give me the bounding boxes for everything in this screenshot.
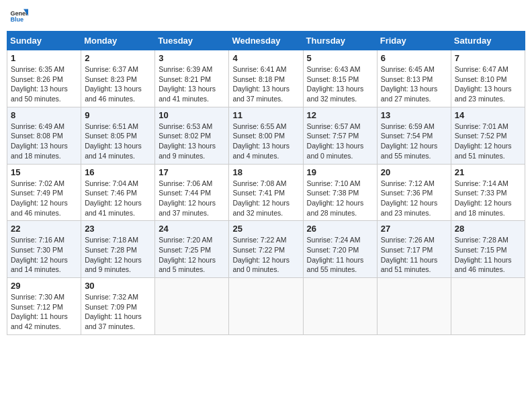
calendar-cell: 22Sunrise: 7:16 AM Sunset: 7:30 PM Dayli…: [7, 221, 81, 278]
day-number: 30: [85, 281, 151, 291]
day-number: 7: [455, 53, 521, 63]
day-info: Sunrise: 7:14 AM Sunset: 7:33 PM Dayligh…: [455, 179, 521, 218]
calendar-cell: 17Sunrise: 7:06 AM Sunset: 7:44 PM Dayli…: [155, 164, 229, 221]
calendar-cell: 3Sunrise: 6:39 AM Sunset: 8:21 PM Daylig…: [155, 50, 229, 107]
day-number: 19: [307, 167, 373, 177]
day-number: 9: [85, 110, 151, 120]
day-info: Sunrise: 7:26 AM Sunset: 7:17 PM Dayligh…: [381, 235, 447, 275]
day-number: 29: [11, 281, 77, 291]
day-info: Sunrise: 6:55 AM Sunset: 8:00 PM Dayligh…: [232, 122, 299, 161]
weekday-header-tuesday: Tuesday: [155, 32, 229, 50]
day-number: 27: [381, 224, 447, 234]
day-info: Sunrise: 6:53 AM Sunset: 8:02 PM Dayligh…: [159, 122, 225, 161]
day-info: Sunrise: 6:59 AM Sunset: 7:54 PM Dayligh…: [381, 122, 447, 161]
day-info: Sunrise: 6:57 AM Sunset: 7:57 PM Dayligh…: [307, 122, 373, 161]
day-info: Sunrise: 7:30 AM Sunset: 7:12 PM Dayligh…: [11, 292, 77, 332]
day-number: 20: [381, 167, 447, 177]
calendar-cell: 15Sunrise: 7:02 AM Sunset: 7:49 PM Dayli…: [7, 164, 81, 221]
day-number: 2: [85, 53, 151, 63]
day-number: 26: [307, 224, 373, 234]
calendar-cell: 21Sunrise: 7:14 AM Sunset: 7:33 PM Dayli…: [451, 164, 525, 221]
calendar-cell: [303, 278, 377, 335]
calendar-cell: 11Sunrise: 6:55 AM Sunset: 8:00 PM Dayli…: [229, 107, 303, 164]
day-info: Sunrise: 6:37 AM Sunset: 8:23 PM Dayligh…: [85, 64, 151, 104]
weekday-header-monday: Monday: [81, 32, 155, 50]
day-info: Sunrise: 7:28 AM Sunset: 7:15 PM Dayligh…: [455, 235, 521, 275]
day-number: 23: [85, 224, 151, 234]
day-number: 18: [232, 167, 299, 177]
day-number: 1: [11, 53, 77, 63]
day-number: 17: [159, 167, 225, 177]
day-number: 13: [381, 110, 447, 120]
calendar-cell: 2Sunrise: 6:37 AM Sunset: 8:23 PM Daylig…: [81, 50, 155, 107]
calendar-cell: 24Sunrise: 7:20 AM Sunset: 7:25 PM Dayli…: [155, 221, 229, 278]
calendar-cell: 26Sunrise: 7:24 AM Sunset: 7:20 PM Dayli…: [303, 221, 377, 278]
day-number: 21: [455, 167, 521, 177]
calendar-cell: 16Sunrise: 7:04 AM Sunset: 7:46 PM Dayli…: [81, 164, 155, 221]
calendar-cell: 4Sunrise: 6:41 AM Sunset: 8:18 PM Daylig…: [229, 50, 303, 107]
day-info: Sunrise: 6:51 AM Sunset: 8:05 PM Dayligh…: [85, 122, 151, 161]
calendar-cell: 25Sunrise: 7:22 AM Sunset: 7:22 PM Dayli…: [229, 221, 303, 278]
day-number: 24: [159, 224, 225, 234]
weekday-header-sunday: Sunday: [7, 32, 81, 50]
calendar-cell: 20Sunrise: 7:12 AM Sunset: 7:36 PM Dayli…: [377, 164, 451, 221]
calendar-cell: 14Sunrise: 7:01 AM Sunset: 7:52 PM Dayli…: [451, 107, 525, 164]
day-number: 6: [381, 53, 447, 63]
calendar-cell: 28Sunrise: 7:28 AM Sunset: 7:15 PM Dayli…: [451, 221, 525, 278]
day-number: 12: [307, 110, 373, 120]
day-number: 10: [159, 110, 225, 120]
calendar-cell: 23Sunrise: 7:18 AM Sunset: 7:28 PM Dayli…: [81, 221, 155, 278]
calendar-cell: 19Sunrise: 7:10 AM Sunset: 7:38 PM Dayli…: [303, 164, 377, 221]
day-info: Sunrise: 6:49 AM Sunset: 8:08 PM Dayligh…: [11, 122, 77, 161]
calendar-cell: [451, 278, 525, 335]
day-info: Sunrise: 6:39 AM Sunset: 8:21 PM Dayligh…: [159, 64, 225, 104]
day-info: Sunrise: 7:01 AM Sunset: 7:52 PM Dayligh…: [455, 122, 521, 161]
day-info: Sunrise: 7:24 AM Sunset: 7:20 PM Dayligh…: [307, 235, 373, 275]
day-info: Sunrise: 6:47 AM Sunset: 8:10 PM Dayligh…: [455, 64, 521, 104]
day-info: Sunrise: 7:22 AM Sunset: 7:22 PM Dayligh…: [232, 235, 299, 275]
day-number: 15: [11, 167, 77, 177]
day-info: Sunrise: 7:20 AM Sunset: 7:25 PM Dayligh…: [159, 235, 225, 275]
day-number: 4: [232, 53, 299, 63]
calendar-cell: 12Sunrise: 6:57 AM Sunset: 7:57 PM Dayli…: [303, 107, 377, 164]
day-number: 25: [232, 224, 299, 234]
svg-text:Blue: Blue: [10, 16, 24, 23]
weekday-header-thursday: Thursday: [303, 32, 377, 50]
calendar-cell: 5Sunrise: 6:43 AM Sunset: 8:15 PM Daylig…: [303, 50, 377, 107]
day-info: Sunrise: 7:16 AM Sunset: 7:30 PM Dayligh…: [11, 235, 77, 275]
calendar-cell: 7Sunrise: 6:47 AM Sunset: 8:10 PM Daylig…: [451, 50, 525, 107]
day-info: Sunrise: 7:32 AM Sunset: 7:09 PM Dayligh…: [85, 292, 151, 332]
day-info: Sunrise: 7:04 AM Sunset: 7:46 PM Dayligh…: [85, 179, 151, 218]
day-info: Sunrise: 7:18 AM Sunset: 7:28 PM Dayligh…: [85, 235, 151, 275]
calendar-cell: 30Sunrise: 7:32 AM Sunset: 7:09 PM Dayli…: [81, 278, 155, 335]
day-info: Sunrise: 6:35 AM Sunset: 8:26 PM Dayligh…: [11, 64, 77, 104]
page-header: General Blue: [7, 7, 525, 26]
weekday-header-wednesday: Wednesday: [229, 32, 303, 50]
calendar-cell: 6Sunrise: 6:45 AM Sunset: 8:13 PM Daylig…: [377, 50, 451, 107]
calendar-table: SundayMondayTuesdayWednesdayThursdayFrid…: [7, 31, 525, 335]
day-info: Sunrise: 7:10 AM Sunset: 7:38 PM Dayligh…: [307, 179, 373, 218]
calendar-cell: 18Sunrise: 7:08 AM Sunset: 7:41 PM Dayli…: [229, 164, 303, 221]
calendar-cell: 27Sunrise: 7:26 AM Sunset: 7:17 PM Dayli…: [377, 221, 451, 278]
day-number: 3: [159, 53, 225, 63]
day-number: 14: [455, 110, 521, 120]
logo: General Blue: [9, 7, 28, 26]
day-info: Sunrise: 6:45 AM Sunset: 8:13 PM Dayligh…: [381, 64, 447, 104]
day-info: Sunrise: 7:12 AM Sunset: 7:36 PM Dayligh…: [381, 179, 447, 218]
logo-icon: General Blue: [9, 7, 28, 26]
day-number: 8: [11, 110, 77, 120]
calendar-cell: 29Sunrise: 7:30 AM Sunset: 7:12 PM Dayli…: [7, 278, 81, 335]
calendar-cell: [229, 278, 303, 335]
day-number: 11: [232, 110, 299, 120]
day-info: Sunrise: 7:08 AM Sunset: 7:41 PM Dayligh…: [232, 179, 299, 218]
day-info: Sunrise: 6:41 AM Sunset: 8:18 PM Dayligh…: [232, 64, 299, 104]
calendar-cell: 1Sunrise: 6:35 AM Sunset: 8:26 PM Daylig…: [7, 50, 81, 107]
weekday-header-saturday: Saturday: [451, 32, 525, 50]
weekday-header-friday: Friday: [377, 32, 451, 50]
calendar-cell: 8Sunrise: 6:49 AM Sunset: 8:08 PM Daylig…: [7, 107, 81, 164]
day-number: 5: [307, 53, 373, 63]
calendar-cell: 13Sunrise: 6:59 AM Sunset: 7:54 PM Dayli…: [377, 107, 451, 164]
day-number: 22: [11, 224, 77, 234]
day-info: Sunrise: 7:06 AM Sunset: 7:44 PM Dayligh…: [159, 179, 225, 218]
calendar-cell: 9Sunrise: 6:51 AM Sunset: 8:05 PM Daylig…: [81, 107, 155, 164]
